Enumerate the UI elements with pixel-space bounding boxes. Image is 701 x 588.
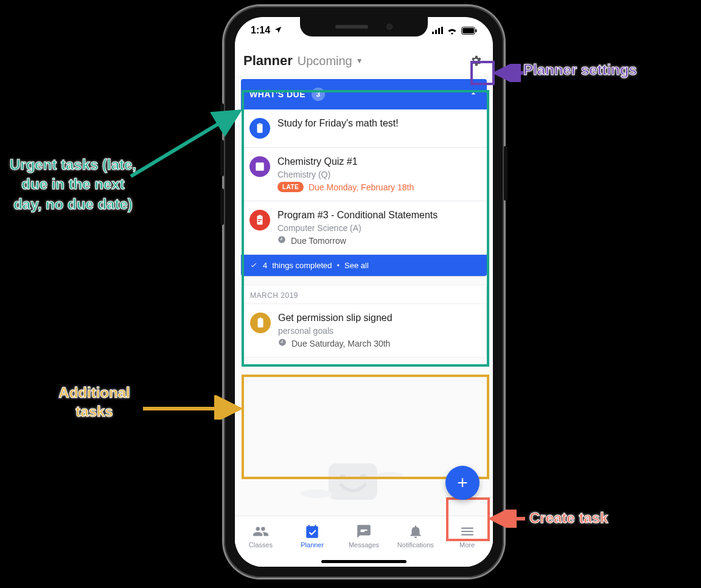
task-title: Program #3 - Conditional Statements xyxy=(277,210,478,221)
whats-due-count: 3 xyxy=(312,88,325,101)
plus-icon: + xyxy=(457,472,468,493)
messages-icon xyxy=(356,524,372,539)
tab-bar: Classes Planner Messages Notifications M… xyxy=(235,516,493,567)
gear-icon xyxy=(469,54,483,67)
tab-label: Classes xyxy=(249,541,273,548)
home-indicator xyxy=(321,560,406,563)
settings-button[interactable] xyxy=(467,52,484,69)
completed-label: things completed xyxy=(272,261,332,270)
tab-more[interactable]: More xyxy=(441,516,493,556)
app-header: Planner Upcoming ▼ xyxy=(235,44,493,75)
annotation-create: Create task xyxy=(529,510,608,527)
bell-icon xyxy=(408,524,424,539)
late-badge: LATE xyxy=(277,182,304,192)
svg-rect-7 xyxy=(329,463,377,500)
volume-down-button xyxy=(220,189,224,225)
mute-switch xyxy=(220,103,224,125)
svg-point-11 xyxy=(376,472,403,479)
svg-point-10 xyxy=(301,489,332,498)
clock-icon xyxy=(278,338,287,348)
separator-dot: • xyxy=(337,261,340,270)
status-time-text: 1:14 xyxy=(251,25,270,35)
page-title: Planner xyxy=(243,53,293,69)
chevron-up-icon xyxy=(469,89,478,99)
svg-rect-5 xyxy=(462,28,474,33)
app-root: Planner Upcoming ▼ WHAT'S DUE 3 xyxy=(235,44,493,567)
notch xyxy=(300,17,428,36)
phone-frame: 1:14 Planner Upcoming ▼ xyxy=(224,6,504,578)
whats-due-block: WHAT'S DUE 3 Study for Friday's math tes… xyxy=(241,79,487,276)
location-icon xyxy=(274,26,282,34)
tab-label: Planner xyxy=(301,541,324,548)
whats-due-title: WHAT'S DUE xyxy=(249,89,305,99)
caret-down-icon: ▼ xyxy=(356,57,363,65)
wifi-icon xyxy=(447,27,458,35)
side-button xyxy=(504,146,507,201)
completed-footer[interactable]: 4 things completed • See all xyxy=(241,255,487,276)
annotation-settings: Planner settings xyxy=(523,61,637,79)
phone-screen: 1:14 Planner Upcoming ▼ xyxy=(235,17,493,567)
volume-up-button xyxy=(220,140,224,176)
collapse-icon xyxy=(469,89,478,100)
task-title: Study for Friday's math test! xyxy=(277,118,478,129)
task-item[interactable]: Study for Friday's math test! xyxy=(241,109,487,148)
tab-messages[interactable]: Messages xyxy=(338,516,390,556)
create-task-button[interactable]: + xyxy=(445,466,480,500)
tab-label: Notifications xyxy=(397,541,434,548)
see-all-link[interactable]: See all xyxy=(344,261,369,270)
task-due: Due Saturday, March 30th xyxy=(291,339,390,348)
clipboard-icon xyxy=(255,317,266,328)
clipboard-icon xyxy=(254,123,265,134)
month-header: MARCH 2019 xyxy=(242,285,486,304)
menu-icon xyxy=(459,524,475,539)
tab-label: Messages xyxy=(349,541,379,548)
filter-label: Upcoming xyxy=(298,54,352,68)
svg-rect-1 xyxy=(435,30,437,34)
battery-icon xyxy=(461,27,477,35)
task-course: Computer Science (A) xyxy=(277,223,478,233)
checklist-icon xyxy=(254,161,265,172)
tab-notifications[interactable]: Notifications xyxy=(389,516,441,556)
svg-rect-6 xyxy=(476,29,477,32)
task-title: Chemistry Quiz #1 xyxy=(277,156,478,167)
completed-count: 4 xyxy=(263,261,267,270)
svg-rect-9 xyxy=(360,474,366,478)
filter-dropdown[interactable]: Upcoming ▼ xyxy=(298,54,363,68)
task-title: Get permission slip signed xyxy=(278,313,478,323)
classes-icon xyxy=(253,524,268,539)
task-icon xyxy=(249,118,270,139)
planner-icon xyxy=(304,524,320,539)
task-icon xyxy=(249,156,270,177)
task-item[interactable]: Program #3 - Conditional Statements Comp… xyxy=(241,201,487,255)
annotation-urgent: Urgent tasks (late, due in the next day,… xyxy=(6,155,140,214)
status-time: 1:14 xyxy=(251,25,282,36)
svg-rect-3 xyxy=(441,27,443,34)
task-course: Chemistry (Q) xyxy=(277,170,478,179)
check-icon xyxy=(249,261,258,270)
tab-label: More xyxy=(459,541,475,548)
tab-planner[interactable]: Planner xyxy=(287,516,338,556)
task-icon xyxy=(249,210,270,230)
tab-classes[interactable]: Classes xyxy=(235,516,287,556)
task-icon xyxy=(250,313,271,333)
task-due: Due Tomorrow xyxy=(291,236,346,246)
svg-rect-0 xyxy=(432,32,434,34)
svg-rect-2 xyxy=(438,28,440,34)
later-section: MARCH 2019 Get permission slip signed pe… xyxy=(241,285,487,358)
assignment-icon xyxy=(254,215,265,226)
whats-due-header[interactable]: WHAT'S DUE 3 xyxy=(241,79,487,109)
clock-icon xyxy=(277,235,286,246)
task-item[interactable]: Get permission slip signed personal goal… xyxy=(242,304,486,357)
task-item[interactable]: Chemistry Quiz #1 Chemistry (Q) LATE Due… xyxy=(241,148,487,201)
background-illustration xyxy=(298,457,408,506)
annotation-additional: Additional tasks xyxy=(46,383,143,421)
task-subtitle: personal goals xyxy=(278,326,478,336)
task-due: Due Monday, February 18th xyxy=(309,182,414,192)
svg-rect-8 xyxy=(340,474,346,478)
cellular-icon xyxy=(432,27,443,34)
